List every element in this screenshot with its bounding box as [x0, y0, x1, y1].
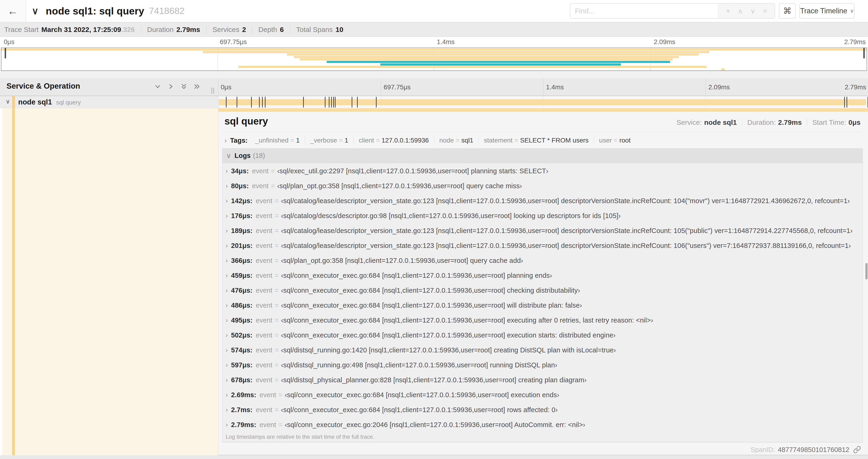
log-timestamp: 2.7ms: [231, 406, 252, 414]
log-row[interactable]: ›189μs:event=‹sql/catalog/lease/descript… [222, 223, 863, 238]
equals-sign: = [275, 406, 279, 414]
find-input[interactable] [570, 4, 718, 18]
span-collapse-chevron-icon[interactable]: ∨ [6, 98, 10, 105]
logs-block: ∨ Logs (18) ›34μs:event=‹sql/exec_util.g… [222, 148, 863, 442]
span-color-stripe [12, 96, 15, 108]
chevron-down-icon[interactable]: ∨ [750, 7, 755, 15]
tag-value: SELECT * FROM users [520, 137, 589, 144]
chevron-right-icon: › [226, 346, 228, 354]
collapse-all-icon[interactable] [180, 83, 187, 90]
log-row[interactable]: ›678μs:event=‹sql/distsql_physical_plann… [222, 372, 863, 387]
log-row[interactable]: ›80μs:event=‹sql/plan_opt.go:358 [nsql1,… [222, 178, 863, 193]
trace-view-selector[interactable]: Trace Timeline ∨ [799, 3, 855, 19]
expand-all-icon[interactable] [193, 83, 200, 90]
log-timestamp: 502μs: [231, 331, 252, 339]
link-icon[interactable] [853, 446, 861, 454]
depth-label: Depth [258, 26, 277, 34]
log-field-value: ‹sql/exec_util.go:2297 [nsql1,client=127… [277, 167, 548, 175]
chevron-right-icon: › [226, 287, 228, 294]
log-row[interactable]: ›2.69ms:event=‹sql/conn_executor_exec.go… [222, 387, 863, 402]
log-row[interactable]: ›459μs:event=‹sql/conn_executor_exec.go:… [222, 268, 863, 283]
log-timestamp: 366μs: [231, 257, 252, 264]
log-field-key: event [256, 257, 272, 264]
spanid-value: 4877749850101760812 [778, 446, 849, 454]
log-timestamp: 678μs: [231, 376, 252, 384]
tag-item: statement=SELECT * FROM users [479, 136, 594, 144]
log-field-key: event [256, 331, 272, 339]
log-timestamp: 486μs: [231, 302, 252, 309]
log-row[interactable]: ›2.79ms:event=‹sql/conn_executor_exec.go… [222, 417, 863, 432]
logs-header[interactable]: ∨ Logs (18) [222, 149, 863, 163]
scrollbar-thumb[interactable] [865, 263, 868, 280]
trace-minimap[interactable] [1, 47, 867, 71]
log-field-key: event [259, 421, 276, 429]
tick-label: 2.09ms [654, 38, 675, 46]
log-row[interactable]: ›176μs:event=‹sql/catalog/descs/descript… [222, 208, 863, 223]
log-row[interactable]: ›574μs:event=‹sql/distsql_running.go:142… [222, 342, 863, 358]
span-row-service-cell[interactable]: ∨ node sql1sql query [0, 96, 218, 108]
log-timestamp: 2.79ms: [231, 421, 256, 429]
log-field-key: event [256, 376, 272, 384]
chevron-right-icon: › [226, 197, 228, 204]
log-tick-mark [846, 97, 847, 107]
tag-value: 1 [296, 137, 300, 144]
log-row[interactable]: ›34μs:event=‹sql/exec_util.go:2297 [nsql… [222, 163, 863, 178]
log-row[interactable]: ›502μs:event=‹sql/conn_executor_exec.go:… [222, 328, 863, 342]
divider [222, 442, 863, 442]
log-field-value: ‹sql/plan_opt.go:358 [nsql1,client=127.0… [277, 182, 522, 190]
tag-key: user [599, 137, 612, 144]
keyboard-shortcuts-button[interactable]: ⌘ [779, 3, 796, 19]
equals-sign: = [339, 137, 343, 144]
target-icon[interactable]: ⌖ [726, 7, 730, 15]
gridline [543, 78, 544, 96]
log-field-key: event [256, 302, 272, 309]
divider [141, 26, 141, 34]
tags-label: Tags: [230, 137, 248, 144]
equals-sign: = [275, 317, 279, 324]
chevron-up-icon[interactable]: ∧ [738, 7, 743, 15]
tags-row[interactable]: › Tags: _unfinished=1_verbose=1client=12… [224, 134, 636, 146]
log-tick-mark [325, 97, 326, 107]
log-field-value: ‹sql/conn_executor_exec.go:684 [nsql1,cl… [281, 317, 653, 324]
log-field-value: ‹sql/conn_executor_exec.go:2046 [nsql1,c… [285, 421, 585, 429]
column-resize-handle[interactable] [211, 88, 214, 94]
log-row[interactable]: ›476μs:event=‹sql/conn_executor_exec.go:… [222, 283, 863, 298]
tag-value: root [619, 137, 630, 144]
log-row[interactable]: ›201μs:event=‹sql/catalog/lease/descript… [222, 238, 863, 253]
logs-title: Logs [235, 152, 251, 160]
minimap-right-scrubber[interactable] [863, 48, 865, 58]
log-tick-mark [352, 97, 352, 107]
span-row-timeline-cell[interactable] [218, 96, 868, 108]
equals-sign: = [376, 137, 380, 144]
span-duration-bar[interactable] [219, 99, 866, 105]
minimap-left-scrubber[interactable] [5, 48, 6, 58]
log-field-value: ‹sql/distsql_running.go:1420 [nsql1,clie… [281, 346, 616, 354]
span-color-stripe [12, 108, 15, 455]
chevron-right-icon: › [226, 167, 228, 175]
log-row[interactable]: ›486μs:event=‹sql/conn_executor_exec.go:… [222, 298, 863, 313]
log-field-key: event [256, 287, 272, 294]
tick-label: 0μs [221, 84, 231, 91]
chevron-right-icon: › [226, 227, 228, 234]
trace-start-value: March 31 2022, 17:25:09 [41, 26, 121, 34]
collapse-one-icon[interactable] [154, 83, 161, 90]
tag-key: statement [484, 137, 513, 144]
span-detail-accent-bar[interactable] [218, 108, 868, 112]
back-button[interactable]: ← [0, 0, 26, 22]
duration-label: Duration [147, 26, 174, 34]
log-tick-mark [329, 97, 330, 107]
chevron-right-icon: › [226, 302, 228, 309]
expand-one-icon[interactable] [167, 83, 174, 90]
log-row[interactable]: ›597μs:event=‹sql/distsql_running.go:498… [222, 358, 863, 372]
log-row[interactable]: ›366μs:event=‹sql/plan_opt.go:358 [nsql1… [222, 253, 863, 268]
log-row[interactable]: ›2.7ms:event=‹sql/conn_executor_exec.go:… [222, 402, 863, 417]
spanid-row: SpanID: 4877749850101760812 [751, 444, 861, 455]
log-timestamp: 201μs: [231, 242, 252, 250]
equals-sign: = [275, 361, 279, 369]
log-row[interactable]: ›495μs:event=‹sql/conn_executor_exec.go:… [222, 313, 863, 328]
log-row[interactable]: ›142μs:event=‹sql/catalog/lease/descript… [222, 193, 863, 208]
log-field-key: event [252, 182, 269, 190]
trace-collapse-chevron-icon[interactable]: ∨ [32, 0, 38, 22]
clear-icon[interactable]: × [763, 7, 767, 15]
span-row[interactable]: ∨ node sql1sql query [0, 96, 868, 108]
